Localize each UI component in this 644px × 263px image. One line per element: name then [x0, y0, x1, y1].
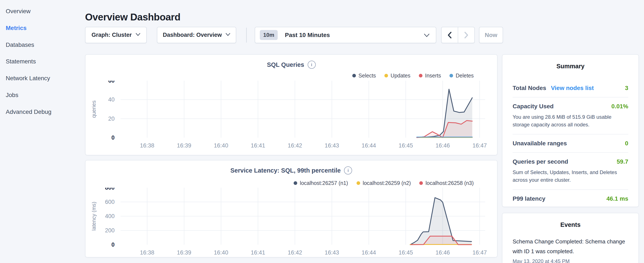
x-tick-label: 16:42 — [288, 142, 302, 149]
sidebar-item-databases[interactable]: Databases — [0, 37, 83, 53]
legend-dot-icon — [419, 181, 423, 185]
dashboard-dropdown[interactable]: Dashboard: Overview — [157, 27, 236, 43]
info-icon[interactable]: i — [344, 166, 352, 174]
summary-row-label: Unavailable ranges — [512, 140, 567, 147]
summary-row-link[interactable]: View nodes list — [551, 85, 594, 92]
time-step-buttons — [441, 27, 475, 43]
x-tick-label: 16:42 — [288, 249, 302, 256]
time-range-dropdown[interactable]: 10m Past 10 Minutes — [255, 27, 436, 43]
summary-row-value: 0.01% — [612, 103, 628, 110]
dashboard-dropdown-label: Dashboard: Overview — [163, 32, 222, 38]
legend-label: Updates — [390, 73, 410, 79]
y-tick-label: 0 — [112, 134, 114, 141]
legend-item[interactable]: Inserts — [419, 73, 441, 79]
summary-row-subtext: Sum of Selects, Updates, Inserts, and De… — [512, 168, 628, 184]
sidebar-item-statements[interactable]: Statements — [0, 53, 83, 70]
chart-title-row: Service Latency: SQL, 99th percentilei — [86, 166, 497, 174]
summary-row-subtext: You are using 28.6 MiB of 515.9 GiB usab… — [512, 113, 628, 129]
graph-scope-dropdown[interactable]: Graph: Cluster — [85, 27, 147, 43]
sidebar-item-overview[interactable]: Overview — [0, 3, 83, 20]
legend-label: Selects — [358, 73, 376, 79]
time-range-label: Past 10 Minutes — [285, 32, 330, 39]
summary-row-top: Unavailable ranges0 — [512, 140, 628, 147]
y-tick-label: 40 — [108, 96, 114, 103]
summary-row: Queries per second59.7Sum of Selects, Up… — [512, 152, 628, 189]
legend-label: localhost:26257 (n1) — [300, 180, 348, 186]
legend-label: localhost:26258 (n3) — [426, 180, 474, 186]
summary-row: Capacity Used0.01%You are using 28.6 MiB… — [512, 97, 628, 134]
sidebar-item-metrics[interactable]: Metrics — [0, 20, 83, 37]
sidebar-item-network-latency[interactable]: Network Latency — [0, 70, 83, 87]
legend-dot-icon — [352, 74, 356, 78]
chevron-down-icon — [424, 34, 430, 38]
chart-plot: 16:3816:3916:4016:4116:4216:4316:4416:45… — [92, 188, 492, 257]
time-range-badge: 10m — [260, 30, 278, 40]
event-text: Schema Change Completed: Schema change w… — [512, 237, 628, 256]
chart-plot: 16:3816:3916:4016:4116:4216:4316:4416:45… — [92, 81, 492, 150]
summary-row: Total NodesView nodes list3 — [512, 79, 628, 97]
toolbar-divider — [246, 28, 247, 43]
summary-panel: Summary Total NodesView nodes list3Capac… — [502, 54, 639, 207]
x-tick-label: 16:40 — [214, 249, 228, 256]
time-step-back-button[interactable] — [442, 27, 458, 43]
chevron-right-icon — [464, 32, 469, 39]
legend-item[interactable]: localhost:26259 (n2) — [356, 180, 411, 186]
summary-row-value: 0 — [625, 140, 628, 147]
legend-dot-icon — [294, 181, 297, 185]
events-panel: Events Schema Change Completed: Schema c… — [502, 213, 639, 263]
summary-row-value: 59.7 — [617, 158, 628, 165]
summary-row: P99 latency46.1 ms — [512, 189, 628, 208]
info-icon[interactable]: i — [308, 61, 316, 69]
summary-row-label: P99 latency — [512, 195, 545, 202]
legend-dot-icon — [356, 181, 360, 185]
chart-title: Service Latency: SQL, 99th percentile — [230, 167, 341, 174]
chevron-down-icon — [226, 33, 230, 37]
x-tick-label: 16:38 — [140, 142, 154, 149]
x-tick-label: 16:41 — [251, 142, 265, 149]
y-tick-label: 800 — [105, 188, 114, 191]
now-button[interactable]: Now — [479, 27, 503, 43]
legend-dot-icon — [450, 74, 453, 78]
legend-label: Deletes — [456, 73, 474, 79]
chart-legend: SelectsUpdatesInsertsDeletes — [352, 73, 474, 79]
event-list-item[interactable]: Schema Change Completed: Schema change w… — [512, 237, 628, 263]
service-latency-chart-card: Service Latency: SQL, 99th percentileilo… — [85, 160, 498, 257]
legend-item[interactable]: localhost:26258 (n3) — [419, 180, 474, 186]
x-tick-label: 16:44 — [362, 249, 376, 256]
legend-item[interactable]: Deletes — [450, 73, 474, 79]
x-tick-label: 16:47 — [472, 142, 487, 149]
events-panel-title: Events — [502, 221, 638, 228]
now-button-label: Now — [485, 32, 497, 39]
chevron-down-icon — [136, 33, 140, 37]
legend-dot-icon — [419, 74, 422, 78]
chart-title-row: SQL Queriesi — [86, 61, 497, 69]
y-tick-label: 20 — [108, 116, 114, 122]
graph-scope-dropdown-label: Graph: Cluster — [92, 32, 132, 38]
legend-item[interactable]: Updates — [384, 73, 410, 79]
x-tick-label: 16:46 — [436, 142, 450, 149]
summary-row-top: Total NodesView nodes list3 — [512, 85, 628, 92]
x-tick-label: 16:44 — [362, 142, 376, 149]
x-tick-label: 16:45 — [399, 142, 413, 149]
page-title: Overview Dashboard — [85, 11, 180, 23]
summary-row-top: Capacity Used0.01% — [512, 103, 628, 110]
x-tick-label: 16:40 — [214, 142, 228, 149]
summary-row-value: 46.1 ms — [606, 195, 628, 202]
sidebar-item-jobs[interactable]: Jobs — [0, 87, 83, 104]
legend-label: Inserts — [425, 73, 441, 79]
chevron-left-icon — [447, 32, 452, 39]
legend-item[interactable]: Selects — [352, 73, 376, 79]
y-axis-title: queries — [92, 100, 97, 118]
summary-row-label: Queries per second — [512, 158, 568, 165]
legend-item[interactable]: localhost:26257 (n1) — [294, 180, 348, 186]
x-tick-label: 16:47 — [472, 249, 487, 256]
sidebar-item-advanced-debug[interactable]: Advanced Debug — [0, 104, 83, 120]
summary-row-top: P99 latency46.1 ms — [512, 195, 628, 202]
summary-row-label: Capacity Used — [512, 103, 554, 110]
x-tick-label: 16:46 — [436, 249, 450, 256]
y-tick-label: 600 — [105, 199, 114, 205]
summary-row-label: Total Nodes — [512, 85, 546, 92]
x-tick-label: 16:38 — [140, 249, 154, 256]
time-step-forward-button[interactable] — [458, 27, 474, 43]
x-tick-label: 16:41 — [251, 249, 265, 256]
